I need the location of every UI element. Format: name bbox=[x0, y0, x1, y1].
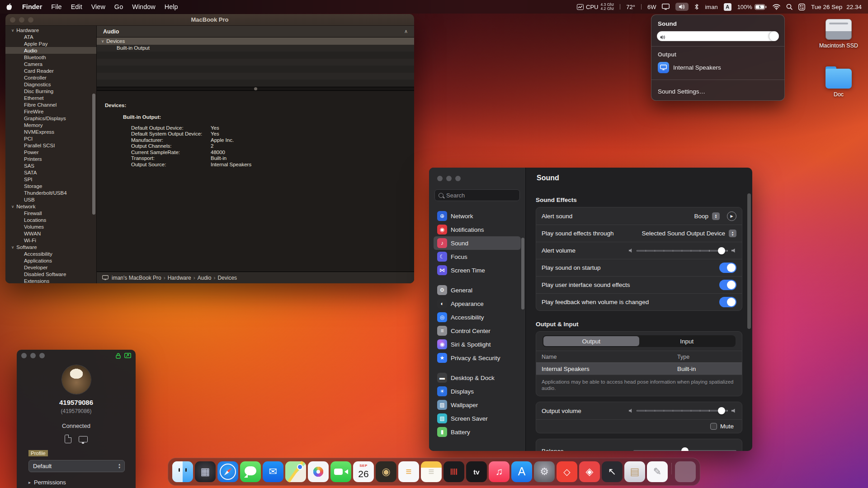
dock-item[interactable] bbox=[240, 461, 261, 482]
volume-slider[interactable] bbox=[657, 31, 779, 41]
user-menu[interactable]: iman bbox=[705, 4, 717, 10]
sound-menu-button[interactable] bbox=[675, 3, 689, 11]
sysinfo-sidebar-item[interactable]: Firewall bbox=[5, 210, 96, 216]
settings-sidebar-item[interactable]: ◎ Accessibility bbox=[434, 310, 521, 324]
sysinfo-sidebar-item[interactable]: Locations bbox=[5, 216, 96, 223]
cpu-widget[interactable]: CPU 4.3 Ghz 4.2 Ghz bbox=[577, 3, 614, 11]
toggle-switch[interactable] bbox=[719, 263, 736, 273]
main-scrollbar[interactable] bbox=[747, 193, 751, 329]
breadcrumb-item[interactable]: Devices bbox=[217, 275, 237, 281]
settings-sidebar-item[interactable]: ♪ Sound bbox=[434, 236, 521, 250]
pane-splitter[interactable] bbox=[97, 87, 414, 91]
sysinfo-sidebar-item[interactable]: Diagnostics bbox=[5, 81, 96, 88]
sysinfo-sidebar-item[interactable]: Power bbox=[5, 149, 96, 155]
sysinfo-sidebar-item[interactable]: Storage bbox=[5, 183, 96, 189]
output-volume-slider[interactable] bbox=[637, 410, 728, 412]
settings-sidebar-item[interactable]: ⚙ General bbox=[434, 283, 521, 297]
bluetooth-icon[interactable] bbox=[694, 4, 699, 10]
device-table-row[interactable]: Internal Speakers Built-in bbox=[536, 362, 742, 375]
settings-sidebar-item[interactable]: ≡ Control Center bbox=[434, 324, 521, 338]
sidebar-scrollbar[interactable] bbox=[92, 94, 95, 215]
sidebar-scrollbar[interactable] bbox=[521, 238, 524, 310]
menu-item[interactable]: Edit bbox=[66, 3, 87, 10]
desktop-icon-macintosh-ssd[interactable]: Macintosh SSD bbox=[814, 19, 863, 49]
dock-item[interactable]: ▦ bbox=[195, 461, 216, 482]
dock-item[interactable]: SEP 26 bbox=[353, 461, 374, 482]
settings-sidebar-item[interactable]: ☀ Displays bbox=[434, 385, 521, 398]
dock-item[interactable]: ◈ bbox=[579, 461, 600, 482]
minimize-button[interactable] bbox=[446, 176, 452, 181]
dock-item[interactable]: ◉ bbox=[376, 461, 396, 482]
desktop-icon-doc-folder[interactable]: Doc bbox=[814, 69, 863, 98]
menu-item[interactable]: File bbox=[47, 3, 66, 10]
tree-row-built-in-output[interactable]: Built-in Output bbox=[97, 45, 414, 52]
disclosure-icon[interactable]: ∨ bbox=[11, 28, 14, 33]
zoom-button[interactable] bbox=[28, 17, 33, 23]
zoom-button[interactable] bbox=[455, 176, 461, 181]
toggle-switch[interactable] bbox=[719, 297, 736, 307]
balance-knob[interactable] bbox=[681, 447, 689, 451]
close-button[interactable] bbox=[437, 176, 443, 181]
tree-disclosure-icon[interactable]: ∨ bbox=[101, 39, 104, 43]
dock-item[interactable]: ≡ bbox=[398, 461, 419, 482]
play-through-value[interactable]: Selected Sound Output Device bbox=[642, 230, 725, 237]
dock-item[interactable] bbox=[308, 461, 329, 482]
segment-output[interactable]: Output bbox=[543, 336, 639, 346]
alert-volume-knob[interactable] bbox=[718, 247, 725, 254]
close-button[interactable] bbox=[10, 17, 15, 23]
active-app-name[interactable]: Finder bbox=[18, 3, 47, 10]
menu-item[interactable]: View bbox=[87, 3, 110, 10]
settings-sidebar-item[interactable]: ◉ Notifications bbox=[434, 223, 521, 236]
dock-item[interactable] bbox=[285, 461, 306, 482]
sysinfo-sidebar-item[interactable]: Camera bbox=[5, 61, 96, 67]
alert-volume-slider[interactable] bbox=[637, 250, 728, 252]
settings-sidebar-item[interactable]: ▮ Battery bbox=[434, 425, 521, 439]
sysinfo-sidebar-item[interactable]: ∨ Hardware bbox=[5, 27, 96, 33]
dock-item[interactable]: ◇ bbox=[557, 461, 577, 482]
dock-item[interactable] bbox=[172, 461, 193, 482]
popup-chevrons-icon[interactable]: ▴ ▾ bbox=[729, 230, 736, 237]
balance-slider[interactable] bbox=[633, 450, 736, 451]
dock-item[interactable] bbox=[330, 461, 351, 482]
sysinfo-sidebar-item[interactable]: Extensions bbox=[5, 277, 96, 283]
sysinfo-sidebar-item[interactable]: Volumes bbox=[5, 223, 96, 230]
dock-item[interactable]: ↖ bbox=[602, 461, 623, 482]
settings-sidebar-item[interactable]: ◐ Appearance bbox=[434, 297, 521, 310]
input-source-badge[interactable]: A bbox=[724, 3, 731, 11]
sysinfo-sidebar-item[interactable]: WWAN bbox=[5, 230, 96, 237]
output-device-row[interactable]: Internal Speakers bbox=[657, 61, 779, 75]
settings-sidebar-item[interactable]: ★ Privacy & Security bbox=[434, 351, 521, 365]
dock-item[interactable]: ≡ bbox=[421, 461, 442, 482]
sysinfo-sidebar-item[interactable]: Controller bbox=[5, 74, 96, 81]
file-transfer-icon[interactable] bbox=[65, 435, 71, 443]
dock-item[interactable]: ≣ bbox=[443, 461, 464, 482]
sysinfo-sidebar-item[interactable]: SPI bbox=[5, 176, 96, 183]
dock-item[interactable]: ✎ bbox=[647, 461, 668, 482]
sound-settings-link[interactable]: Sound Settings… bbox=[657, 85, 779, 96]
settings-sidebar-item[interactable]: ☾ Focus bbox=[434, 250, 521, 263]
breadcrumb-item[interactable]: Audio bbox=[198, 275, 212, 281]
sysinfo-sidebar-item[interactable]: ∨ Network bbox=[5, 203, 96, 210]
collapse-icon[interactable]: ∧ bbox=[404, 28, 408, 34]
output-volume-knob[interactable] bbox=[718, 407, 725, 414]
sysinfo-sidebar-item[interactable]: Accessibility bbox=[5, 250, 96, 257]
sysinfo-sidebar-item[interactable]: USB bbox=[5, 196, 96, 203]
sysinfo-sidebar-item[interactable]: Apple Pay bbox=[5, 40, 96, 47]
settings-sidebar-item[interactable]: ⊕ Network bbox=[434, 209, 521, 223]
sysinfo-section-header[interactable]: Audio ∧ bbox=[97, 26, 414, 38]
dock-item[interactable] bbox=[217, 461, 238, 482]
sysinfo-sidebar-item[interactable]: Memory bbox=[5, 122, 96, 128]
toggle-switch[interactable] bbox=[719, 280, 736, 290]
devices-tree-group[interactable]: ∨ Devices bbox=[97, 38, 414, 45]
sysinfo-titlebar[interactable]: MacBook Pro bbox=[5, 14, 414, 26]
sysinfo-sidebar-item[interactable]: Card Reader bbox=[5, 67, 96, 74]
sysinfo-sidebar-item[interactable]: PCI bbox=[5, 135, 96, 142]
sysinfo-sidebar-item[interactable]: Developer bbox=[5, 264, 96, 271]
sysinfo-sidebar-item[interactable]: SATA bbox=[5, 169, 96, 176]
sysinfo-sidebar-item[interactable]: SAS bbox=[5, 162, 96, 169]
minimize-button[interactable] bbox=[30, 353, 36, 358]
dock-item[interactable] bbox=[675, 461, 696, 482]
battery-status[interactable]: 100% bbox=[737, 4, 767, 10]
sysinfo-sidebar-item[interactable]: Fibre Channel bbox=[5, 101, 96, 108]
display-mirroring-icon[interactable] bbox=[662, 4, 670, 10]
